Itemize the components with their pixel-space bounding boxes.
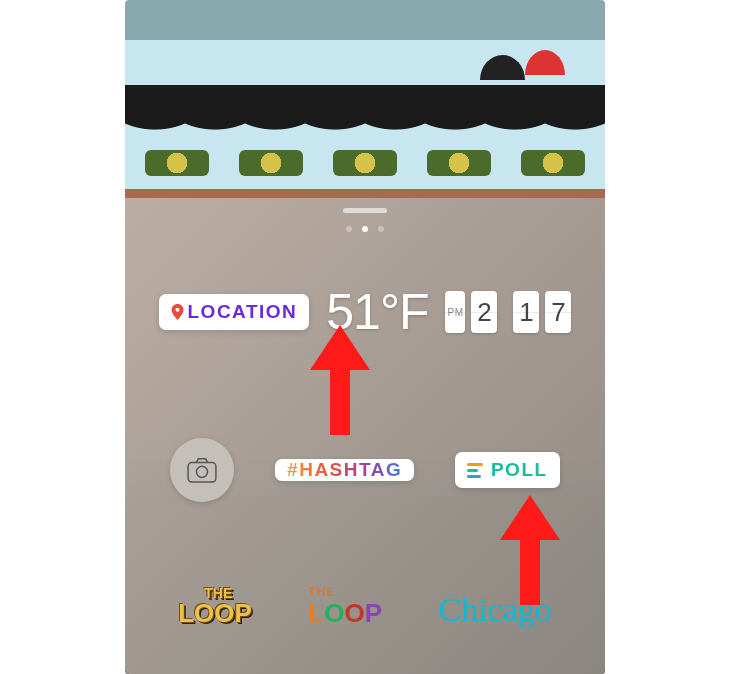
selfie-sticker[interactable]: [170, 438, 234, 502]
camera-icon: [187, 457, 217, 483]
awning-decor: [125, 85, 605, 150]
sticker-row-1: LOCATION 51°F PM 2 1 7: [125, 283, 605, 341]
umbrella-decor: [525, 50, 565, 75]
gif-loop-letters: LOOP: [308, 598, 382, 628]
location-pin-icon: [171, 304, 184, 320]
svg-point-2: [197, 466, 208, 477]
sticker-row-3: THE LOOP THE LOOP Chicago: [125, 588, 605, 629]
gif-the-loop-gold[interactable]: THE LOOP: [178, 589, 252, 628]
drag-handle[interactable]: [343, 208, 387, 213]
svg-rect-1: [188, 463, 216, 483]
gif-the-loop-color[interactable]: THE LOOP: [308, 588, 382, 629]
sticker-row-2: #HASHTAG POLL: [125, 438, 605, 502]
time-sticker[interactable]: PM 2 1 7: [445, 291, 571, 333]
hashtag-sticker-label: #HASHTAG: [275, 452, 414, 487]
clock-min1: 1: [513, 291, 539, 333]
planter-decor: [125, 150, 605, 180]
sticker-tray[interactable]: LOCATION 51°F PM 2 1 7 #: [125, 198, 605, 674]
clock-period: PM: [445, 291, 465, 333]
poll-sticker[interactable]: POLL: [455, 452, 560, 488]
location-sticker[interactable]: LOCATION: [159, 294, 310, 330]
gif-chicago-script[interactable]: Chicago: [438, 591, 551, 629]
page-indicator: [346, 226, 384, 232]
poll-icon: [467, 463, 483, 478]
story-sticker-screen: LOCATION 51°F PM 2 1 7 #: [125, 0, 605, 674]
umbrella-decor: [480, 55, 525, 80]
location-sticker-label: LOCATION: [188, 301, 298, 323]
svg-point-0: [175, 308, 179, 312]
clock-hour: 2: [471, 291, 497, 333]
poll-sticker-label: POLL: [491, 459, 548, 481]
clock-min2: 7: [545, 291, 571, 333]
hashtag-sticker[interactable]: #HASHTAG: [275, 459, 414, 481]
temperature-sticker[interactable]: 51°F: [326, 283, 428, 341]
